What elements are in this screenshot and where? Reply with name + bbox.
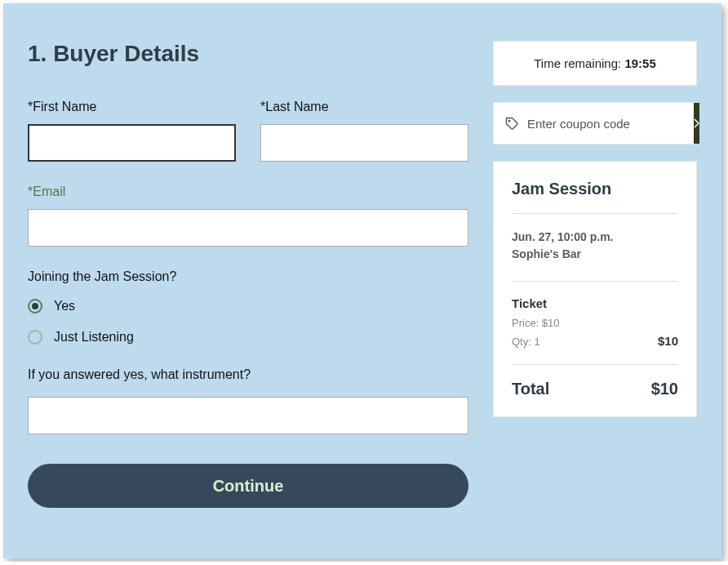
tag-icon (505, 117, 519, 131)
divider (512, 364, 678, 365)
chevron-right-icon (694, 118, 699, 128)
timer-value: 19:55 (624, 56, 655, 70)
coupon-input[interactable] (527, 117, 682, 131)
radio-icon (28, 330, 42, 345)
ticket-price: Price: $10 (512, 317, 678, 329)
email-label: *Email (28, 185, 468, 199)
apply-coupon-button[interactable] (694, 103, 699, 144)
email-row: *Email (28, 185, 468, 247)
page-title: 1. Buyer Details (28, 41, 468, 67)
joining-question: Joining the Jam Session? Yes Just Listen… (28, 269, 468, 345)
last-name-label: *Last Name (260, 100, 468, 114)
event-meta: Jun. 27, 10:00 p.m. Sophie's Bar (512, 229, 678, 263)
ticket-name: Ticket (512, 296, 678, 310)
instrument-row: If you answered yes, what instrument? (28, 367, 468, 434)
ticket-block: Ticket Price: $10 Qty: 1 $10 (512, 296, 678, 348)
first-name-field: *First Name (28, 100, 236, 162)
total-label: Total (512, 380, 549, 398)
checkout-page: 1. Buyer Details *First Name *Last Name … (3, 3, 721, 558)
event-title: Jam Session (512, 180, 678, 198)
coupon-card (493, 102, 697, 145)
coupon-input-wrap (494, 103, 694, 144)
last-name-field: *Last Name (260, 100, 468, 162)
email-input[interactable] (28, 209, 468, 247)
last-name-input[interactable] (260, 124, 468, 162)
name-row: *First Name *Last Name (28, 100, 468, 162)
radio-just-listening-label: Just Listening (54, 330, 134, 345)
ticket-qty: Qty: 1 (512, 336, 540, 348)
timer-prefix: Time remaining: (534, 56, 624, 70)
first-name-label: *First Name (28, 100, 236, 114)
sidebar: Time remaining: 19:55 Jam Session Jun. 2… (493, 3, 721, 558)
instrument-label: If you answered yes, what instrument? (28, 367, 468, 382)
radio-icon (28, 299, 42, 314)
joining-label: Joining the Jam Session? (28, 269, 468, 284)
instrument-field: If you answered yes, what instrument? (28, 367, 468, 434)
email-field: *Email (28, 185, 468, 247)
event-venue: Sophie's Bar (512, 246, 678, 263)
total-amount: $10 (651, 380, 678, 398)
timer-card: Time remaining: 19:55 (493, 41, 697, 86)
instrument-input[interactable] (28, 397, 468, 434)
event-datetime: Jun. 27, 10:00 p.m. (512, 229, 678, 246)
continue-button[interactable]: Continue (28, 464, 468, 508)
divider (512, 281, 678, 282)
svg-point-0 (508, 120, 510, 122)
ticket-line-total: $10 (658, 334, 678, 348)
radio-yes-label: Yes (54, 299, 75, 314)
order-summary: Jam Session Jun. 27, 10:00 p.m. Sophie's… (493, 161, 697, 417)
divider (512, 213, 678, 214)
main-column: 1. Buyer Details *First Name *Last Name … (3, 3, 493, 558)
first-name-input[interactable] (28, 124, 236, 162)
radio-just-listening[interactable]: Just Listening (28, 330, 468, 345)
total-row: Total $10 (512, 380, 678, 398)
ticket-qty-row: Qty: 1 $10 (512, 334, 678, 348)
radio-yes[interactable]: Yes (28, 299, 468, 314)
